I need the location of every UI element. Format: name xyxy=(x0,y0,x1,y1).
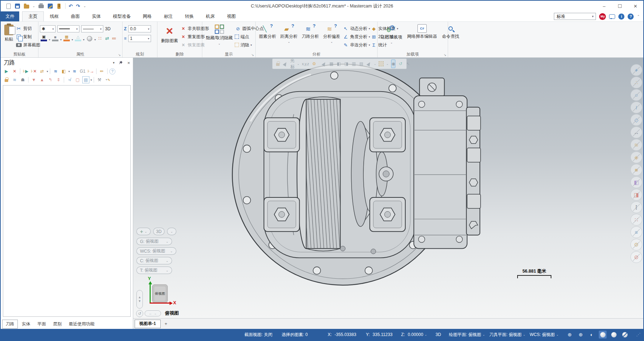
z-depth-input[interactable]: 0.0▾ xyxy=(128,25,151,32)
tab-view[interactable]: 视图 xyxy=(221,11,242,21)
analyze-distance-button[interactable]: ▰? 距离分析⌄ xyxy=(279,23,299,45)
quickmask-group-color-icon[interactable]: ◨ xyxy=(630,189,642,201)
panel-help-icon[interactable]: ? xyxy=(109,68,115,74)
point-style-select[interactable]: ✱▾ xyxy=(40,25,56,32)
selection-lock-icon[interactable] xyxy=(275,60,280,67)
select-solid-body-icon[interactable]: ◨ xyxy=(344,60,349,67)
analyze-deviation-button[interactable]: ≋? 分析偏差⌄ xyxy=(321,23,342,45)
cursor-select-icon[interactable] xyxy=(283,60,288,67)
quickmask-dimensions-icon[interactable]: ↔ xyxy=(630,126,642,138)
refresh-selection-icon[interactable]: ↺ xyxy=(398,60,403,67)
scroll-insert-icon[interactable]: ⇕ xyxy=(55,76,62,83)
undo-icon[interactable]: ↶ xyxy=(69,3,73,9)
cplane-status[interactable]: 绘图平面: 俯视图 xyxy=(449,332,481,338)
post-selected-icon[interactable]: ⊦→ xyxy=(87,68,94,75)
solid-color-chip[interactable]: ■ xyxy=(51,35,59,41)
tab-home[interactable]: 主页 xyxy=(22,11,44,21)
quickmask-surfaces-icon[interactable]: ≋ xyxy=(630,139,642,151)
quickmask-arcs-icon[interactable]: ○ xyxy=(630,89,642,101)
select-solid-back-icon[interactable]: ▥ xyxy=(352,60,357,67)
close-button[interactable]: ✕ xyxy=(628,1,643,11)
feedback-icon[interactable] xyxy=(609,14,615,19)
print-icon[interactable] xyxy=(38,3,44,9)
analyze-entity-button[interactable]: ╲? 图素分析 xyxy=(257,23,278,41)
panel-tab-recent[interactable]: 最近使用功能 xyxy=(66,320,98,328)
z-coordinate-value[interactable]: 0.00000 xyxy=(408,332,423,337)
add-plane-button[interactable]: +⌄ xyxy=(136,228,151,235)
wireframe-color-chip[interactable]: ▣ xyxy=(40,35,48,41)
view-cube[interactable]: 俯视图 xyxy=(152,284,168,303)
panel-close-icon[interactable]: × xyxy=(127,60,130,66)
display-only-associated-icon[interactable]: ▢ xyxy=(74,76,81,83)
quickmask-colors-icon[interactable]: ∷ xyxy=(630,214,642,226)
regen-dropdown-icon[interactable]: ▾ xyxy=(47,70,48,73)
save-icon[interactable] xyxy=(15,3,20,9)
regen-all-dirty-icon[interactable]: ⇄ xyxy=(38,68,46,75)
rotate-view-button[interactable]: ↺ xyxy=(136,310,143,317)
analyze-toolpath-button[interactable]: ≋? 刀路分析 xyxy=(300,23,321,41)
collapse-ribbon-icon[interactable]: ⌃ xyxy=(637,15,640,18)
quickmask-solids-icon[interactable]: ■ xyxy=(630,164,642,176)
quickmask-levels-icon[interactable]: ≡ xyxy=(630,226,642,238)
quickmask-splines-icon[interactable]: ≀ xyxy=(630,102,642,113)
invalidate-selected-icon[interactable]: ⊦✕ xyxy=(30,68,37,75)
minimize-button[interactable]: – xyxy=(596,1,612,11)
select-verify-solid-icon[interactable]: ▦ xyxy=(329,60,334,67)
wcs-status[interactable]: WCS: 俯视图 xyxy=(530,332,555,338)
delete-entities-button[interactable]: × 删除图素 xyxy=(159,23,180,45)
tab-surfaces[interactable]: 曲面 xyxy=(65,11,86,21)
open-dropdown-icon[interactable]: ⌄ xyxy=(32,4,35,8)
level-input[interactable]: 1▾ xyxy=(128,35,151,42)
select-solid-edge-icon[interactable]: ▤ xyxy=(359,60,364,67)
cplane-pill[interactable]: C: 俯视图⌄ xyxy=(136,257,172,264)
command-finder-button[interactable]: 命令查找 xyxy=(440,23,461,41)
wcs-plane-pill[interactable]: WCS: 俯视图⌄ xyxy=(136,247,176,255)
gview-dropdown-pill[interactable]: ⌄ xyxy=(167,228,176,235)
hide-unhide-button[interactable]: 隐藏/取消隐藏 ⌄ xyxy=(204,23,235,47)
tplane-status[interactable]: 刀具平面: 俯视图 xyxy=(489,332,522,338)
panel-tab-planes[interactable]: 平面 xyxy=(34,320,49,328)
simulator-options-icon[interactable]: ≋ xyxy=(71,68,78,75)
vertical-pan-control[interactable]: ▲▼ xyxy=(136,290,143,309)
horizontal-pan-control[interactable]: ←→ xyxy=(145,310,161,316)
display-launcher-icon[interactable]: ↘ xyxy=(251,53,254,57)
quickmask-surface-solids-icon[interactable]: ◈ xyxy=(630,151,642,163)
appearance-shaded-icon[interactable] xyxy=(599,331,607,339)
quickmask-wireframe-icon[interactable]: ◇ xyxy=(630,114,642,126)
quickmask-points-icon[interactable]: ∴ xyxy=(630,77,642,88)
quickmask-clear-all-icon[interactable]: ⊘ xyxy=(630,251,642,263)
panel-menu-icon[interactable]: ▾ xyxy=(113,61,115,64)
style-preset-select[interactable]: 标准▾ xyxy=(554,13,596,20)
panel-tab-solids[interactable]: 实体 xyxy=(19,320,33,328)
move-insert-down-icon[interactable]: ▼ xyxy=(30,76,37,83)
select-circles-toggle-icon[interactable]: ◉ xyxy=(391,60,395,68)
quickmask-name-icon[interactable]: ⋮ xyxy=(630,201,642,213)
info-icon[interactable]: i xyxy=(618,14,624,20)
tab-mesh[interactable]: 网格 xyxy=(137,11,158,21)
line-width-select[interactable]: ▾ xyxy=(81,25,103,32)
new-file-icon[interactable] xyxy=(6,3,11,9)
cursor-mode-label[interactable]: 光标 xyxy=(290,58,295,70)
mesh-color-chip[interactable]: ▦ xyxy=(63,35,71,41)
tab-solids[interactable]: 实体 xyxy=(86,11,107,21)
display-options-dropdown-icon[interactable]: ▾ xyxy=(90,78,92,82)
view-sheet-tab[interactable]: 视图单-1 xyxy=(135,320,161,328)
gview-mode-pill[interactable]: 3D xyxy=(153,228,165,235)
maximize-button[interactable]: ☐ xyxy=(612,1,628,11)
appearance-hidden-line-icon[interactable]: ⊕ xyxy=(577,331,585,339)
paste-button[interactable]: 粘贴 xyxy=(2,23,16,44)
move-insert-up-icon[interactable]: ▲ xyxy=(38,76,46,83)
regen-selected-icon[interactable]: ⊦▶ xyxy=(22,68,29,75)
tab-file[interactable]: 文件 xyxy=(1,11,19,21)
screenshot-button[interactable]: 屏幕截图 xyxy=(16,41,40,48)
tab-model-prep[interactable]: 模型准备 xyxy=(107,11,137,21)
save-as-icon[interactable] xyxy=(47,3,53,9)
select-solid-face-icon[interactable]: ◧ xyxy=(337,60,342,67)
ghost-toolpath-icon[interactable]: ☗ xyxy=(19,76,26,83)
select-all-operations-icon[interactable]: ▶ xyxy=(3,68,10,75)
autocursor-settings-icon[interactable]: ⚙ xyxy=(312,60,317,67)
appearance-shaded-edges-icon[interactable] xyxy=(610,331,618,339)
undo-selection-icon[interactable]: ↖ xyxy=(405,60,410,67)
angle-analysis-button[interactable]: ∠角度分析▾ xyxy=(343,33,370,40)
material-chip[interactable] xyxy=(85,36,93,41)
